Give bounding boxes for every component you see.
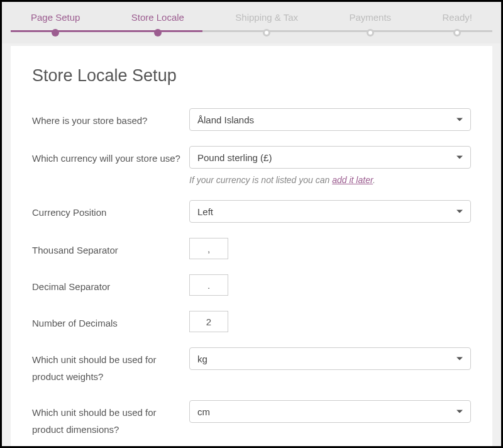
stepper-dot-icon [263, 29, 270, 36]
chevron-down-icon [456, 118, 463, 121]
label-thousand-separator: Thousand Separator [32, 238, 189, 259]
stepper-step-label: Ready! [442, 12, 472, 23]
input-thousand-separator[interactable] [189, 238, 228, 259]
row-weight-unit: Which unit should be used for product we… [32, 347, 471, 385]
row-currency: Which currency will your store use? Poun… [32, 146, 471, 185]
currency-helper-text: If your currency is not listed you can a… [189, 175, 471, 185]
stepper-step-ready[interactable]: Ready! [442, 2, 472, 43]
stepper-dot-icon [453, 29, 461, 36]
stepper-step-page-setup[interactable]: Page Setup [31, 2, 80, 43]
select-value: Left [197, 206, 213, 217]
select-value: Åland Islands [197, 115, 254, 125]
input-num-decimals[interactable] [189, 311, 228, 332]
stepper-dot-icon [154, 29, 162, 36]
row-num-decimals: Number of Decimals [32, 311, 471, 332]
chevron-down-icon [456, 210, 463, 213]
row-store-country: Where is your store based? Åland Islands [32, 108, 471, 131]
chevron-down-icon [456, 357, 463, 361]
settings-card: Store Locale Setup Where is your store b… [11, 46, 492, 448]
select-currency-position[interactable]: Left [189, 200, 471, 223]
stepper-step-label: Shipping & Tax [235, 12, 298, 23]
stepper-dot-icon [367, 29, 374, 36]
select-dimension-unit[interactable]: cm [189, 400, 471, 423]
label-store-country: Where is your store based? [32, 108, 189, 129]
add-currency-link[interactable]: add it later [332, 175, 373, 185]
stepper-step-store-locale[interactable]: Store Locale [131, 2, 184, 43]
stepper-step-payments[interactable]: Payments [349, 2, 391, 43]
row-currency-position: Currency Position Left [32, 200, 471, 223]
select-value: cm [197, 406, 210, 417]
label-dimension-unit: Which unit should be used for product di… [32, 400, 189, 438]
label-num-decimals: Number of Decimals [32, 311, 189, 332]
label-currency: Which currency will your store use? [32, 146, 189, 167]
select-value: kg [197, 354, 207, 364]
label-weight-unit: Which unit should be used for product we… [32, 347, 189, 385]
row-dimension-unit: Which unit should be used for product di… [32, 400, 471, 438]
row-thousand-separator: Thousand Separator [32, 238, 471, 259]
row-decimal-separator: Decimal Separator [32, 274, 471, 296]
label-currency-position: Currency Position [32, 200, 189, 221]
select-currency[interactable]: Pound sterling (£) [189, 146, 471, 169]
chevron-down-icon [456, 156, 463, 159]
setup-stepper: Page Setup Store Locale Shipping & Tax P… [2, 2, 501, 43]
label-decimal-separator: Decimal Separator [32, 274, 189, 295]
select-weight-unit[interactable]: kg [189, 347, 471, 370]
select-store-country[interactable]: Åland Islands [189, 108, 471, 131]
stepper-dot-icon [52, 29, 59, 36]
stepper-step-shipping-tax[interactable]: Shipping & Tax [235, 2, 298, 43]
input-decimal-separator[interactable] [189, 274, 228, 296]
page-title: Store Locale Setup [32, 66, 471, 86]
stepper-step-label: Store Locale [131, 12, 184, 23]
stepper-step-label: Payments [349, 12, 391, 23]
chevron-down-icon [456, 410, 463, 413]
stepper-step-label: Page Setup [31, 12, 80, 23]
select-value: Pound sterling (£) [197, 152, 272, 163]
